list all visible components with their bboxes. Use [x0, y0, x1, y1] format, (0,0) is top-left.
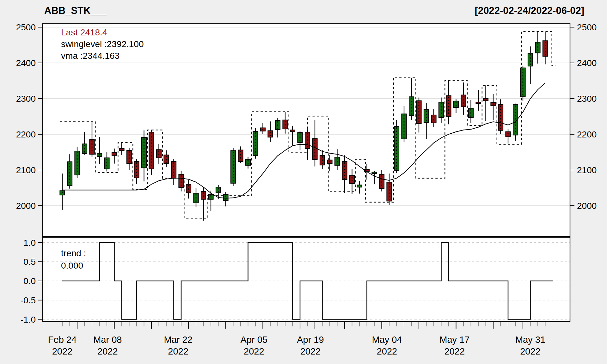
candle-body-up	[216, 187, 221, 193]
candle-body-down	[342, 161, 347, 180]
left-price-label: 2000	[16, 201, 36, 211]
x-axis-date-label: Mar 22	[164, 335, 192, 345]
right-price-label: 2100	[577, 165, 597, 175]
candle-body-up	[402, 114, 407, 139]
x-axis-date-label: May 31	[515, 335, 545, 345]
trend-panel-label: trend : 0.000	[61, 247, 86, 272]
candle-body-down	[112, 153, 117, 155]
x-axis-year-label: 2022	[445, 346, 465, 356]
trend-tick-label: 0.5	[23, 257, 36, 267]
left-price-label: 2200	[16, 130, 36, 139]
trend-label-line2: 0.000	[61, 259, 86, 272]
right-price-label: 2200	[577, 130, 597, 139]
candle-body-up	[409, 97, 414, 116]
right-price-label: 2400	[577, 58, 597, 68]
candle-body-down	[290, 130, 295, 132]
left-price-label: 2300	[16, 94, 36, 104]
x-axis-date-label: Apr 05	[241, 335, 267, 345]
candle-body-up	[394, 126, 399, 170]
candle-body-up	[209, 194, 213, 199]
right-price-label: 2300	[577, 94, 597, 104]
candle-body-down	[476, 102, 481, 104]
candle-body-down	[506, 132, 511, 137]
legend-swinglevel: swinglevel :2392.100	[61, 38, 144, 50]
right-price-label: 2000	[577, 201, 597, 211]
left-price-label: 2400	[16, 58, 36, 68]
date-range-label: [2022-02-24/2022-06-02]	[475, 5, 584, 16]
x-axis-year-label: 2022	[97, 346, 118, 356]
x-axis-year-label: 2022	[168, 346, 188, 356]
left-price-label: 2500	[16, 22, 36, 32]
candle-body-up	[372, 172, 377, 174]
candle-body-down	[149, 132, 154, 169]
x-axis-year-label: 2022	[244, 346, 264, 356]
chart-title: ABB_STK___	[44, 5, 107, 16]
left-price-label: 2100	[16, 165, 36, 175]
x-axis-date-label: May 17	[439, 335, 469, 345]
candle-body-down	[498, 105, 503, 130]
x-axis-date-label: Mar 08	[93, 335, 122, 345]
indicator-legend: Last 2418.4 swinglevel :2392.100 vma :23…	[61, 27, 144, 62]
candle-body-down	[387, 182, 392, 201]
trend-tick-label: -1.0	[21, 315, 36, 325]
trend-tick-label: 1.0	[23, 238, 36, 248]
x-axis-year-label: 2022	[520, 346, 541, 356]
chart-window: ABB_STK___ [2022-02-24/2022-06-02] 25002…	[0, 0, 607, 364]
candle-body-up	[246, 159, 250, 165]
x-axis-year-label: 2022	[300, 346, 321, 356]
legend-last-value: Last 2418.4	[61, 27, 144, 38]
candle-body-up	[357, 185, 362, 187]
right-price-label: 2500	[577, 22, 597, 32]
candle-body-up	[224, 195, 228, 201]
x-axis-year-label: 2022	[52, 346, 73, 356]
plot-background	[43, 24, 570, 322]
trend-label-line1: trend :	[61, 247, 86, 259]
x-axis-date-label: Apr 19	[297, 335, 324, 345]
x-axis-year-label: 2022	[377, 346, 397, 356]
trend-tick-label: 0.0	[23, 276, 36, 286]
x-axis-date-label: Feb 24	[48, 335, 77, 345]
legend-vma: vma :2344.163	[61, 50, 144, 62]
candle-body-down	[483, 99, 488, 101]
candle-body-down	[120, 149, 124, 151]
x-axis-date-label: May 04	[372, 335, 402, 345]
trend-tick-label: -0.5	[21, 295, 36, 305]
